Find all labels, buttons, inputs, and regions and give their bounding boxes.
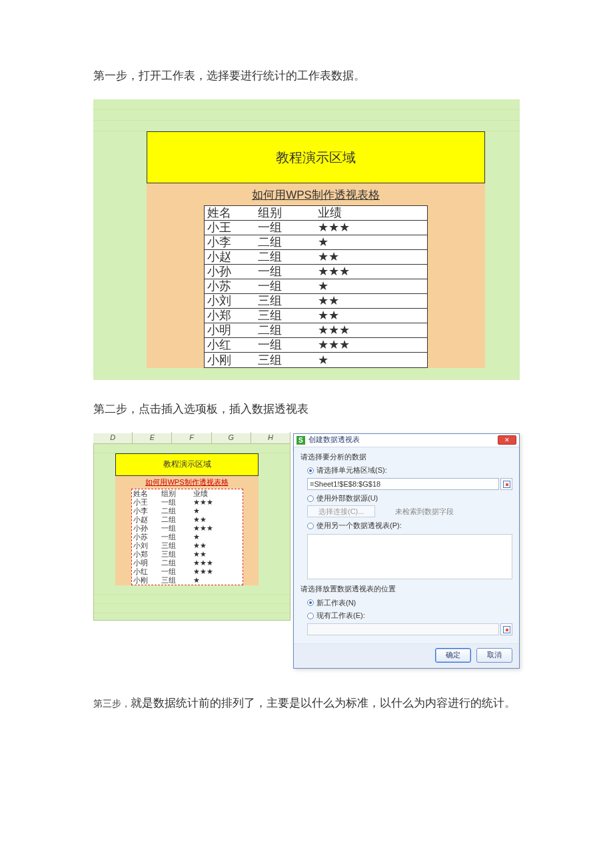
table-row: 小刚三组★ [205, 353, 427, 367]
dialog-titlebar[interactable]: 创建数据透视表 ✕ [294, 434, 519, 447]
figure-1-spreadsheet: 教程演示区域 如何用WPS制作透视表格 姓名 组别 业绩 小王一组★★★ 小李二… [93, 99, 520, 380]
table-row: 小刚三组★ [132, 576, 243, 585]
existing-location-input[interactable] [307, 623, 499, 635]
app-icon [297, 436, 305, 445]
mini-spreadsheet: D E F G H 教程演示区域 如何用WPS制作透视表格 姓名组别业绩 小王一… [93, 433, 291, 621]
radio-external-label: 使用外部数据源(U) [316, 493, 378, 505]
column-headers: D E F G H [93, 433, 291, 444]
cancel-button[interactable]: 取消 [476, 648, 512, 663]
mini-banner: 教程演示区域 [115, 453, 259, 476]
col-header: E [133, 432, 172, 444]
range-picker-icon[interactable] [500, 623, 512, 635]
radio-another-pivot-label: 使用另一个数据透视表(P): [316, 520, 402, 532]
select-connection-button[interactable]: 选择连接(C)... [307, 505, 375, 517]
col-header: D [93, 432, 133, 444]
figure-2-composite: www.bgcx.com D E F G H 教程演示区域 如何用WPS制作透视… [93, 433, 520, 669]
ok-button[interactable]: 确定 [435, 648, 471, 663]
step-2-text: 第二步，点击插入选项板，插入数据透视表 [93, 400, 520, 418]
step-3-body: 就是数据统计前的排列了，主要是以什么为标准，以什么为内容进行的统计。 [131, 697, 516, 709]
radio-existing-sheet-label: 现有工作表(E): [316, 610, 365, 622]
create-pivot-dialog: 创建数据透视表 ✕ 请选择要分析的数据 请选择单元格区域(S): 使用外部数据源… [293, 433, 520, 669]
step-1-text: 第一步，打开工作表，选择要进行统计的工作表数据。 [93, 67, 520, 85]
dialog-title: 创建数据透视表 [308, 434, 498, 446]
radio-existing-sheet[interactable] [307, 613, 314, 619]
range-picker-icon[interactable] [500, 478, 512, 490]
radio-cell-range[interactable] [307, 467, 314, 474]
radio-new-sheet-label: 新工作表(N) [316, 597, 356, 609]
radio-another-pivot[interactable] [307, 523, 314, 529]
mini-subtitle: 如何用WPS制作透视表格 [115, 476, 259, 489]
section-location: 请选择放置数据透视表的位置 [301, 583, 512, 595]
radio-new-sheet[interactable] [307, 599, 314, 606]
radio-cell-range-label: 请选择单元格区域(S): [316, 465, 387, 477]
step-3-text: 第三步，就是数据统计前的排列了，主要是以什么为标准，以什么为内容进行的统计。 [93, 689, 520, 718]
section-analyze-data: 请选择要分析的数据 [301, 451, 512, 463]
step-3-prefix: 第三步， [93, 698, 131, 709]
demo-subtitle: 如何用WPS制作透视表格 [147, 185, 485, 205]
col-header: G [212, 432, 251, 444]
mini-data-table[interactable]: 姓名组别业绩 小王一组★★★ 小李二组★ 小赵二组★★ 小孙一组★★★ 小苏一组… [131, 489, 243, 585]
pivot-list-box[interactable] [307, 534, 512, 579]
close-icon[interactable]: ✕ [498, 435, 516, 445]
demo-banner: 教程演示区域 [147, 131, 485, 183]
col-header: H [251, 432, 291, 444]
range-input[interactable] [307, 478, 499, 490]
connection-hint: 未检索到数据字段 [395, 506, 454, 518]
radio-external-source[interactable] [307, 495, 314, 502]
data-table: 姓名 组别 业绩 小王一组★★★ 小李二组★ 小赵二组★★ 小孙一组★★★ 小苏… [204, 205, 428, 368]
col-header: F [172, 432, 211, 444]
